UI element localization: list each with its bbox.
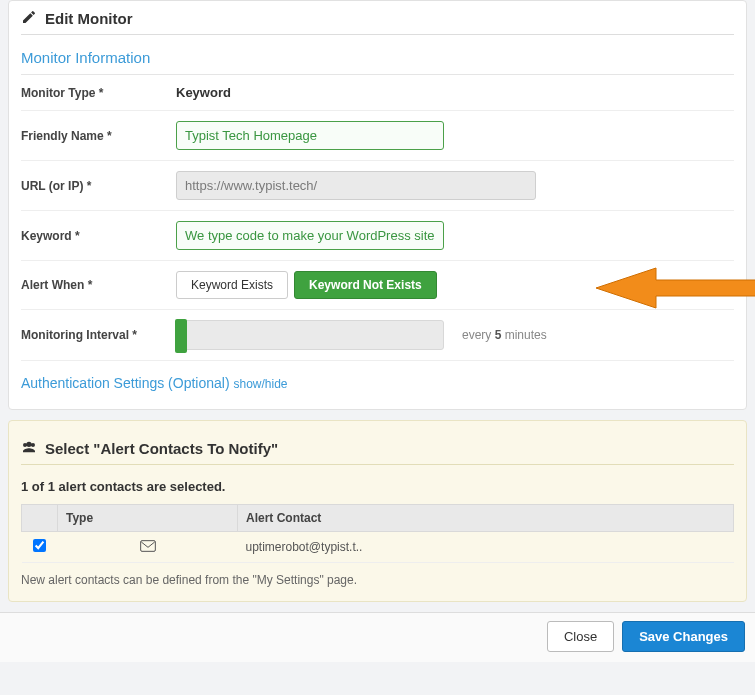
close-button[interactable]: Close	[547, 621, 614, 652]
panel-title: Edit Monitor	[45, 10, 132, 27]
auth-settings-toggle[interactable]: show/hide	[233, 377, 287, 391]
friendly-name-label: Friendly Name *	[21, 129, 176, 143]
keyword-input[interactable]	[176, 221, 444, 250]
keyword-label: Keyword *	[21, 229, 176, 243]
alert-when-label: Alert When *	[21, 278, 176, 292]
contacts-hint: New alert contacts can be defined from t…	[21, 563, 734, 587]
url-label: URL (or IP) *	[21, 179, 176, 193]
monitor-type-row: Monitor Type * Keyword	[21, 75, 734, 111]
interval-text: every 5 minutes	[462, 328, 547, 342]
contacts-col-check	[22, 505, 58, 532]
dialog-footer: Close Save Changes	[0, 612, 755, 662]
url-row: URL (or IP) *	[21, 161, 734, 211]
friendly-name-row: Friendly Name *	[21, 111, 734, 161]
alert-when-row: Alert When * Keyword Exists Keyword Not …	[21, 261, 734, 310]
contacts-selected-count: 1 of 1 alert contacts are selected.	[21, 465, 734, 504]
contacts-title: Select "Alert Contacts To Notify"	[45, 440, 278, 457]
monitor-type-label: Monitor Type *	[21, 86, 176, 100]
auth-settings-label: Authentication Settings (Optional)	[21, 375, 230, 391]
contacts-panel-header: Select "Alert Contacts To Notify"	[21, 431, 734, 465]
svg-rect-1	[140, 540, 155, 551]
contact-checkbox[interactable]	[33, 539, 46, 552]
mail-icon	[140, 540, 156, 555]
keyword-not-exists-button[interactable]: Keyword Not Exists	[294, 271, 437, 299]
interval-slider[interactable]	[176, 320, 444, 350]
interval-slider-handle[interactable]	[175, 319, 187, 353]
contacts-table: Type Alert Contact uptimerobot@typist.t.…	[21, 504, 734, 563]
alert-contacts-panel: Select "Alert Contacts To Notify" 1 of 1…	[8, 420, 747, 602]
url-input[interactable]	[176, 171, 536, 200]
table-row: uptimerobot@typist.t..	[22, 532, 734, 563]
panel-header: Edit Monitor	[21, 1, 734, 35]
users-icon	[21, 439, 37, 458]
interval-label: Monitoring Interval *	[21, 328, 176, 342]
contacts-col-type: Type	[58, 505, 238, 532]
pencil-icon	[21, 9, 37, 28]
contact-email: uptimerobot@typist.t..	[238, 532, 734, 563]
keyword-row: Keyword *	[21, 211, 734, 261]
interval-row: Monitoring Interval * every 5 minutes	[21, 310, 734, 361]
save-changes-button[interactable]: Save Changes	[622, 621, 745, 652]
keyword-exists-button[interactable]: Keyword Exists	[176, 271, 288, 299]
svg-marker-0	[596, 268, 755, 308]
edit-monitor-panel: Edit Monitor Monitor Information Monitor…	[8, 0, 747, 410]
monitor-type-value: Keyword	[176, 85, 734, 100]
monitor-info-title: Monitor Information	[21, 35, 734, 75]
friendly-name-input[interactable]	[176, 121, 444, 150]
contacts-col-contact: Alert Contact	[238, 505, 734, 532]
auth-settings-row: Authentication Settings (Optional) show/…	[21, 361, 734, 397]
callout-arrow-icon	[596, 265, 755, 311]
